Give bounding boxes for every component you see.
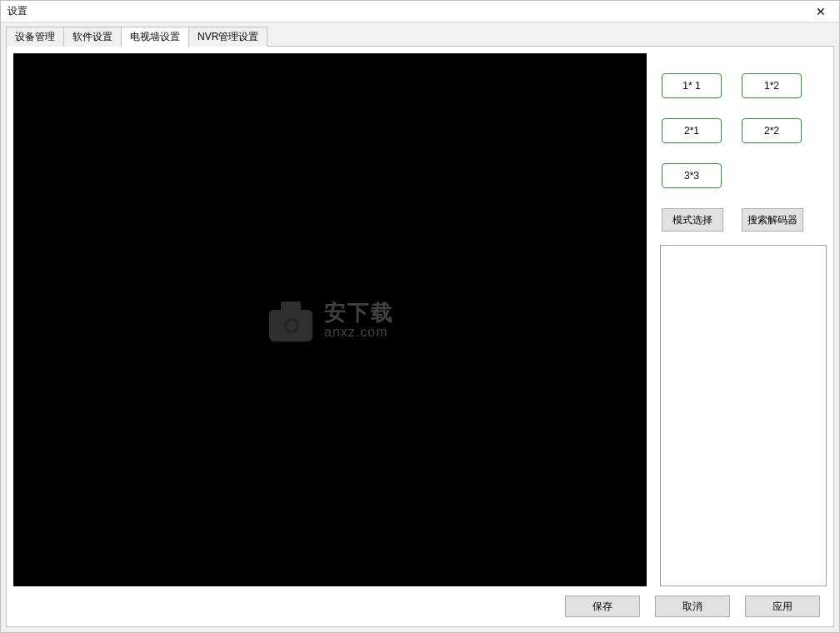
watermark: 安下载 anxz.com	[266, 298, 394, 341]
layout-buttons: 1* 1 1*2 2*1 2*2 3*3	[660, 73, 827, 188]
window-title: 设置	[8, 4, 28, 18]
watermark-bottom: anxz.com	[324, 325, 394, 340]
action-buttons: 模式选择 搜索解码器	[660, 208, 827, 232]
tab-software-settings[interactable]: 软件设置	[63, 27, 122, 47]
decoder-list[interactable]	[660, 245, 827, 586]
client-area: 设备管理 软件设置 电视墙设置 NVR管理设置	[1, 22, 839, 632]
layout-1x2-button[interactable]: 1*2	[742, 73, 802, 98]
footer: 保存 取消 应用	[13, 593, 827, 620]
close-icon: ✕	[816, 5, 826, 18]
layout-3x3-button[interactable]: 3*3	[662, 163, 722, 188]
layout-1x1-button[interactable]: 1* 1	[662, 73, 722, 98]
tab-device-management[interactable]: 设备管理	[6, 27, 64, 47]
tab-nvr-management[interactable]: NVR管理设置	[188, 27, 268, 47]
main-row: 安下载 anxz.com 1* 1 1*2 2*1 2*2 3*3 模式	[13, 53, 827, 586]
mode-select-button[interactable]: 模式选择	[662, 208, 723, 232]
cancel-button[interactable]: 取消	[655, 596, 730, 617]
camera-icon	[266, 298, 316, 341]
tvwall-grid[interactable]: 安下载 anxz.com	[13, 53, 647, 586]
save-button[interactable]: 保存	[565, 596, 640, 617]
tab-tvwall-settings[interactable]: 电视墙设置	[121, 27, 189, 47]
close-button[interactable]: ✕	[806, 2, 836, 22]
watermark-text: 安下载 anxz.com	[324, 301, 394, 339]
tabs-header: 设备管理 软件设置 电视墙设置 NVR管理设置	[6, 26, 834, 46]
watermark-top: 安下载	[324, 301, 394, 325]
tab-content: 安下载 anxz.com 1* 1 1*2 2*1 2*2 3*3 模式	[6, 46, 834, 627]
right-panel: 1* 1 1*2 2*1 2*2 3*3 模式选择 搜索解码器	[660, 53, 827, 586]
settings-window: 设置 ✕ 设备管理 软件设置 电视墙设置 NVR管理设置	[0, 0, 840, 633]
layout-2x2-button[interactable]: 2*2	[742, 118, 802, 143]
layout-2x1-button[interactable]: 2*1	[662, 118, 722, 143]
titlebar: 设置 ✕	[1, 1, 839, 22]
search-decoder-button[interactable]: 搜索解码器	[742, 208, 803, 232]
apply-button[interactable]: 应用	[745, 596, 820, 617]
